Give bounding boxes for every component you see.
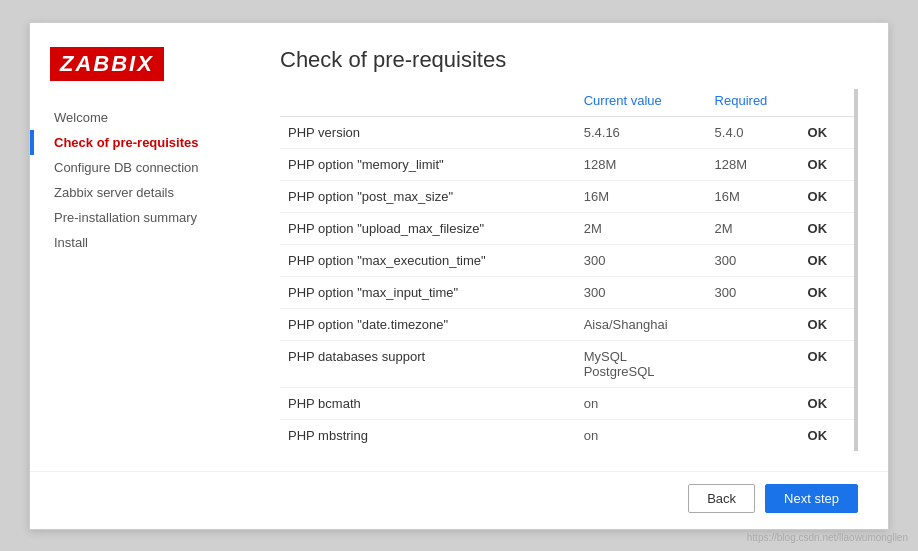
sidebar-item-check-prereq[interactable]: Check of pre-requisites bbox=[30, 130, 250, 155]
row-required: 2M bbox=[707, 212, 800, 244]
table-row: PHP option "upload_max_filesize"2M2MOK bbox=[280, 212, 854, 244]
row-required: 128M bbox=[707, 148, 800, 180]
back-button[interactable]: Back bbox=[688, 484, 755, 513]
col-header-name bbox=[280, 89, 576, 117]
row-current-value: 300 bbox=[576, 276, 707, 308]
row-status: OK bbox=[800, 308, 854, 340]
sidebar-link-configure-db[interactable]: Configure DB connection bbox=[54, 160, 199, 175]
row-name: PHP option "post_max_size" bbox=[280, 180, 576, 212]
row-current-value: on bbox=[576, 387, 707, 419]
row-required bbox=[707, 340, 800, 387]
row-status: OK bbox=[800, 180, 854, 212]
next-step-button[interactable]: Next step bbox=[765, 484, 858, 513]
row-current-value: on bbox=[576, 419, 707, 451]
row-current-value: 2M bbox=[576, 212, 707, 244]
col-header-current: Current value bbox=[576, 89, 707, 117]
sidebar-item-install[interactable]: Install bbox=[30, 230, 250, 255]
row-status: OK bbox=[800, 340, 854, 387]
zabbix-logo: ZABBIX bbox=[50, 47, 164, 81]
sidebar-link-server-details[interactable]: Zabbix server details bbox=[54, 185, 174, 200]
sidebar-link-pre-install[interactable]: Pre-installation summary bbox=[54, 210, 197, 225]
row-name: PHP option "max_execution_time" bbox=[280, 244, 576, 276]
sidebar-link-install[interactable]: Install bbox=[54, 235, 88, 250]
row-name: PHP databases support bbox=[280, 340, 576, 387]
table-row: PHP mbstringonOK bbox=[280, 419, 854, 451]
row-status: OK bbox=[800, 387, 854, 419]
row-name: PHP mbstring bbox=[280, 419, 576, 451]
row-name: PHP version bbox=[280, 116, 576, 148]
prereq-table-container[interactable]: Current value Required PHP version5.4.16… bbox=[280, 89, 858, 451]
row-name: PHP option "max_input_time" bbox=[280, 276, 576, 308]
row-current-value: MySQLPostgreSQL bbox=[576, 340, 707, 387]
row-status: OK bbox=[800, 244, 854, 276]
row-name: PHP option "date.timezone" bbox=[280, 308, 576, 340]
row-current-value: 5.4.16 bbox=[576, 116, 707, 148]
sidebar-nav: Welcome Check of pre-requisites Configur… bbox=[30, 105, 250, 255]
col-header-status bbox=[800, 89, 854, 117]
logo-container: ZABBIX bbox=[30, 47, 250, 105]
table-row: PHP databases supportMySQLPostgreSQLOK bbox=[280, 340, 854, 387]
watermark: https://blog.csdn.net/llaowumongllen bbox=[747, 532, 908, 543]
table-row: PHP option "memory_limit"128M128MOK bbox=[280, 148, 854, 180]
col-header-required: Required bbox=[707, 89, 800, 117]
sidebar: ZABBIX Welcome Check of pre-requisites C… bbox=[30, 47, 250, 471]
row-name: PHP option "upload_max_filesize" bbox=[280, 212, 576, 244]
row-required bbox=[707, 419, 800, 451]
sidebar-item-welcome[interactable]: Welcome bbox=[30, 105, 250, 130]
row-status: OK bbox=[800, 212, 854, 244]
row-required: 300 bbox=[707, 276, 800, 308]
row-current-value: Aisa/Shanghai bbox=[576, 308, 707, 340]
row-required bbox=[707, 308, 800, 340]
sidebar-link-check-prereq[interactable]: Check of pre-requisites bbox=[54, 135, 199, 150]
footer: Back Next step bbox=[30, 471, 888, 529]
main-window: ZABBIX Welcome Check of pre-requisites C… bbox=[29, 22, 889, 530]
sidebar-link-welcome[interactable]: Welcome bbox=[54, 110, 108, 125]
row-status: OK bbox=[800, 419, 854, 451]
row-required bbox=[707, 387, 800, 419]
prereq-table: Current value Required PHP version5.4.16… bbox=[280, 89, 854, 451]
table-row: PHP option "max_input_time"300300OK bbox=[280, 276, 854, 308]
sidebar-item-pre-install[interactable]: Pre-installation summary bbox=[30, 205, 250, 230]
row-current-value: 300 bbox=[576, 244, 707, 276]
page-title: Check of pre-requisites bbox=[280, 47, 858, 73]
row-status: OK bbox=[800, 276, 854, 308]
sidebar-item-server-details[interactable]: Zabbix server details bbox=[30, 180, 250, 205]
main-content: Check of pre-requisites Current value Re… bbox=[250, 47, 888, 471]
row-current-value: 16M bbox=[576, 180, 707, 212]
row-required: 300 bbox=[707, 244, 800, 276]
table-row: PHP version5.4.165.4.0OK bbox=[280, 116, 854, 148]
row-name: PHP bcmath bbox=[280, 387, 576, 419]
row-status: OK bbox=[800, 148, 854, 180]
row-required: 16M bbox=[707, 180, 800, 212]
table-row: PHP option "date.timezone"Aisa/ShanghaiO… bbox=[280, 308, 854, 340]
sidebar-item-configure-db[interactable]: Configure DB connection bbox=[30, 155, 250, 180]
row-required: 5.4.0 bbox=[707, 116, 800, 148]
row-name: PHP option "memory_limit" bbox=[280, 148, 576, 180]
row-current-value: 128M bbox=[576, 148, 707, 180]
table-row: PHP option "max_execution_time"300300OK bbox=[280, 244, 854, 276]
table-row: PHP option "post_max_size"16M16MOK bbox=[280, 180, 854, 212]
table-row: PHP bcmathonOK bbox=[280, 387, 854, 419]
row-status: OK bbox=[800, 116, 854, 148]
